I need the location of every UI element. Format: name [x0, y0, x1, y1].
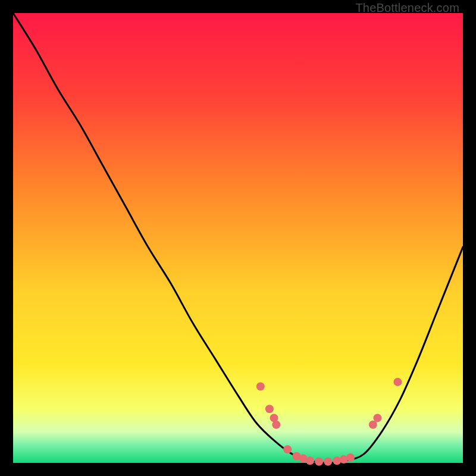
data-marker [283, 445, 292, 453]
data-marker [256, 383, 265, 391]
bottleneck-curve [13, 13, 463, 463]
data-marker [315, 458, 323, 466]
data-marker [346, 453, 355, 462]
data-marker [306, 456, 314, 465]
data-marker [324, 458, 332, 466]
data-marker [393, 378, 402, 386]
watermark-text: TheBottleneck.com [355, 1, 459, 15]
chart-frame [13, 13, 463, 463]
data-marker [265, 405, 274, 413]
data-marker [272, 421, 280, 429]
data-marker [373, 414, 381, 422]
